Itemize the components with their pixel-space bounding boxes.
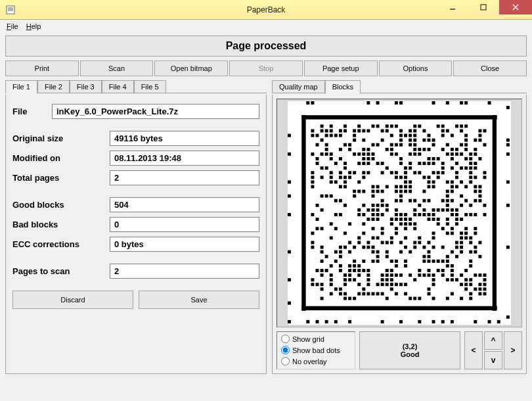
svg-rect-566	[483, 278, 487, 281]
svg-rect-445	[478, 241, 481, 245]
svg-rect-537	[395, 273, 398, 277]
svg-rect-546	[460, 273, 463, 277]
svg-rect-541	[422, 273, 426, 277]
close-button[interactable]	[499, 0, 532, 14]
radio-no-overlay[interactable]: No overlay	[281, 357, 351, 366]
svg-rect-85	[422, 130, 426, 133]
svg-rect-605	[381, 292, 384, 295]
save-button[interactable]: Save	[139, 291, 259, 309]
discard-button[interactable]: Discard	[12, 291, 133, 309]
svg-rect-271	[386, 185, 389, 189]
nav-down-button[interactable]: v	[484, 351, 502, 369]
print-button[interactable]: Print	[5, 60, 79, 76]
svg-rect-431	[311, 241, 314, 245]
svg-rect-340	[395, 208, 398, 212]
svg-rect-467	[376, 250, 380, 254]
page-setup-button[interactable]: Page setup	[304, 60, 378, 76]
blocks-view[interactable]	[277, 99, 522, 327]
svg-rect-252	[483, 176, 487, 179]
file-tab-body: File inKey_6.0_PowerPack_Lite.7z Origina…	[5, 95, 267, 374]
svg-rect-241	[348, 176, 351, 179]
svg-rect-447	[321, 246, 324, 249]
svg-rect-294	[446, 190, 449, 193]
menu-file[interactable]: File	[3, 21, 22, 32]
svg-rect-409	[311, 231, 314, 235]
svg-rect-386	[330, 222, 333, 225]
svg-rect-277	[432, 185, 435, 189]
svg-rect-374	[376, 218, 380, 221]
menu-help[interactable]: Help	[22, 21, 45, 32]
svg-rect-119	[474, 139, 477, 142]
nav-left-button[interactable]: <	[464, 331, 483, 369]
svg-rect-486	[334, 260, 338, 263]
svg-rect-237	[321, 176, 324, 179]
nav-up-button[interactable]: ^	[484, 331, 502, 350]
radio-show-bad-dots[interactable]: Show bad dots	[281, 346, 351, 354]
svg-rect-183	[451, 157, 454, 160]
tab-file-3[interactable]: File 3	[70, 80, 102, 93]
svg-rect-149	[451, 148, 454, 151]
svg-rect-583	[464, 283, 468, 286]
svg-rect-482	[446, 255, 449, 258]
svg-rect-192	[366, 162, 370, 165]
svg-rect-588	[334, 287, 338, 291]
svg-rect-346	[446, 208, 449, 212]
svg-rect-218	[330, 171, 333, 174]
svg-rect-58	[372, 124, 375, 128]
open-bitmap-button[interactable]: Open bitmap	[154, 60, 228, 76]
svg-rect-204	[474, 162, 477, 165]
svg-rect-358	[399, 213, 403, 216]
svg-rect-307	[334, 199, 338, 202]
svg-rect-384	[455, 218, 458, 221]
tab-file-5[interactable]: File 5	[134, 80, 166, 93]
svg-rect-136	[483, 143, 487, 147]
svg-rect-487	[353, 260, 356, 263]
tab-file-4[interactable]: File 4	[102, 80, 134, 93]
svg-rect-131	[413, 143, 416, 147]
svg-rect-287	[376, 190, 380, 193]
minimize-button[interactable]	[437, 0, 468, 14]
svg-rect-580	[404, 283, 407, 286]
svg-rect-507	[404, 264, 407, 268]
svg-rect-89	[478, 130, 481, 133]
close-app-button[interactable]: Close	[453, 60, 527, 76]
svg-rect-196	[409, 162, 412, 165]
svg-rect-179	[399, 157, 403, 160]
svg-rect-421	[357, 236, 361, 239]
svg-rect-576	[386, 283, 389, 286]
svg-rect-300	[330, 195, 333, 198]
svg-rect-533	[366, 273, 370, 277]
svg-rect-34	[399, 320, 403, 323]
svg-rect-618	[409, 297, 412, 300]
svg-rect-593	[464, 287, 468, 291]
svg-rect-554	[353, 278, 356, 281]
svg-rect-161	[372, 153, 375, 156]
svg-rect-323	[344, 204, 347, 207]
svg-rect-185	[469, 157, 472, 160]
svg-rect-35	[288, 213, 291, 216]
svg-rect-212	[451, 166, 454, 170]
maximize-button[interactable]	[468, 0, 499, 14]
svg-rect-207	[344, 166, 347, 170]
svg-rect-413	[395, 231, 398, 235]
tab-file-1[interactable]: File 1	[5, 80, 37, 93]
nav-right-button[interactable]: >	[504, 331, 522, 369]
tab-blocks[interactable]: Blocks	[325, 80, 361, 93]
ecc-corrections-label: ECC corrections	[12, 239, 110, 249]
tab-quality-map[interactable]: Quality map	[272, 80, 325, 93]
svg-rect-297	[478, 190, 481, 193]
radio-show-grid[interactable]: Show grid	[281, 335, 351, 343]
svg-rect-368	[469, 213, 472, 216]
tab-file-2[interactable]: File 2	[37, 80, 70, 93]
scan-button[interactable]: Scan	[80, 60, 154, 76]
svg-rect-62	[395, 124, 398, 128]
svg-rect-117	[432, 139, 435, 142]
svg-rect-427	[432, 236, 435, 239]
svg-rect-327	[381, 204, 384, 207]
options-button[interactable]: Options	[379, 60, 453, 76]
svg-rect-504	[353, 264, 356, 268]
svg-rect-215	[469, 166, 472, 170]
svg-rect-81	[386, 130, 389, 133]
svg-rect-362	[422, 213, 426, 216]
svg-rect-245	[404, 176, 407, 179]
